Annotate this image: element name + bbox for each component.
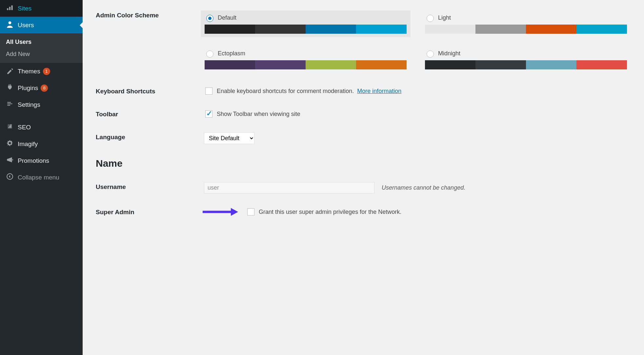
sidebar-item-seo[interactable]: SEO	[0, 119, 83, 136]
submenu-item-all-users[interactable]: All Users	[0, 36, 83, 48]
row-super-admin: Super Admin Grant this user super admin …	[96, 207, 631, 216]
keyboard-shortcuts-more-link[interactable]: More information	[357, 88, 401, 95]
row-color-scheme: Admin Color Scheme Default	[96, 10, 631, 73]
color-scheme-name: Light	[438, 14, 451, 21]
promo-icon	[5, 156, 14, 165]
sidebar-collapse-menu[interactable]: Collapse menu	[0, 169, 83, 186]
color-swatch	[205, 25, 407, 34]
color-scheme-name: Midnight	[438, 50, 460, 57]
color-scheme-default[interactable]: Default	[201, 10, 411, 37]
label-color-scheme: Admin Color Scheme	[96, 10, 201, 19]
sidebar-submenu-users: All Users Add New	[0, 33, 83, 63]
super-admin-text: Grant this user super admin privileges f…	[259, 209, 401, 215]
sidebar-item-settings[interactable]: Settings	[0, 96, 83, 113]
sidebar-item-label: Sites	[18, 5, 31, 12]
sidebar-item-plugins[interactable]: Plugins 8	[0, 80, 83, 96]
sidebar-item-label: Users	[18, 22, 34, 29]
toolbar-checkbox[interactable]	[205, 110, 212, 118]
color-swatch	[205, 60, 407, 69]
color-scheme-radio[interactable]	[427, 50, 434, 58]
toolbar-text: Show Toolbar when viewing site	[217, 111, 300, 118]
sidebar-item-label: Collapse menu	[18, 174, 59, 181]
color-scheme-radio[interactable]	[206, 50, 213, 58]
language-select[interactable]: Site Default	[204, 132, 254, 144]
label-language: Language	[96, 132, 204, 141]
username-note: Usernames cannot be changed.	[382, 184, 465, 191]
sidebar-item-users[interactable]: Users	[0, 17, 83, 33]
network-icon	[5, 4, 14, 13]
sidebar-item-promotions[interactable]: Promotions	[0, 152, 83, 169]
user-profile-form: Admin Color Scheme Default	[83, 0, 644, 355]
color-swatch	[425, 60, 627, 69]
svg-marker-3	[231, 208, 238, 216]
row-username: Username Usernames cannot be changed.	[96, 182, 631, 194]
sidebar-item-label: Themes	[18, 68, 40, 75]
svg-point-0	[9, 21, 11, 24]
username-input	[204, 182, 374, 194]
row-language: Language Site Default	[96, 132, 631, 144]
super-admin-checkbox[interactable]	[247, 208, 254, 215]
color-scheme-light[interactable]: Light	[421, 10, 631, 37]
label-toolbar: Toolbar	[96, 109, 204, 118]
submenu-item-add-new[interactable]: Add New	[0, 48, 83, 60]
keyboard-shortcuts-checkbox[interactable]	[205, 87, 212, 95]
user-icon	[5, 21, 14, 29]
color-swatch	[425, 25, 627, 34]
label-super-admin: Super Admin	[96, 207, 204, 216]
label-keyboard-shortcuts: Keyboard Shortcuts	[96, 86, 204, 95]
update-badge: 8	[41, 84, 48, 92]
annotation-arrow-icon	[202, 207, 238, 216]
keyboard-shortcuts-text: Enable keyboard shortcuts for comment mo…	[217, 88, 354, 95]
color-scheme-midnight[interactable]: Midnight	[421, 46, 631, 73]
gear-icon	[5, 140, 14, 148]
sidebar-item-sites[interactable]: Sites	[0, 0, 83, 17]
color-scheme-name: Default	[218, 14, 236, 21]
sidebar-item-label: Plugins	[18, 84, 38, 92]
collapse-icon	[5, 173, 14, 182]
row-toolbar: Toolbar Show Toolbar when viewing site	[96, 109, 631, 119]
color-scheme-radio[interactable]	[206, 15, 213, 22]
brush-icon	[5, 67, 14, 76]
plug-icon	[5, 84, 14, 92]
sidebar-item-label: Imagify	[18, 140, 38, 148]
label-username: Username	[96, 182, 204, 191]
color-scheme-name: Ectoplasm	[218, 50, 245, 57]
sidebar-item-imagify[interactable]: Imagify	[0, 136, 83, 152]
section-heading-name: Name	[96, 158, 631, 169]
color-scheme-grid: Default Light	[201, 10, 631, 73]
update-badge: 1	[43, 68, 50, 75]
row-keyboard-shortcuts: Keyboard Shortcuts Enable keyboard short…	[96, 86, 631, 96]
color-scheme-ectoplasm[interactable]: Ectoplasm	[201, 46, 411, 73]
admin-sidebar: Sites Users All Users Add New Themes 1 P…	[0, 0, 83, 355]
color-scheme-radio[interactable]	[427, 15, 434, 22]
sidebar-item-label: SEO	[18, 124, 31, 131]
seo-icon	[5, 123, 14, 132]
sidebar-item-label: Promotions	[18, 157, 49, 164]
sidebar-item-themes[interactable]: Themes 1	[0, 63, 83, 80]
sliders-icon	[5, 100, 14, 109]
sidebar-item-label: Settings	[18, 101, 40, 108]
